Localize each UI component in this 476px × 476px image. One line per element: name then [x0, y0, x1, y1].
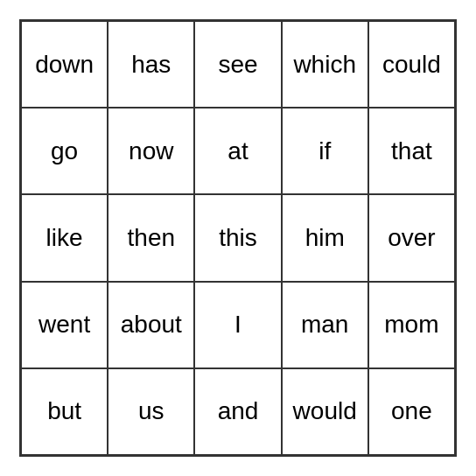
- bingo-cell: one: [368, 368, 455, 455]
- bingo-cell: him: [282, 194, 368, 281]
- bingo-cell: go: [21, 108, 108, 194]
- bingo-cell: went: [21, 282, 108, 368]
- bingo-cell: man: [282, 282, 368, 368]
- bingo-cell: over: [368, 194, 455, 281]
- bingo-grid: downhasseewhichcouldgonowatifthatlikethe…: [21, 21, 455, 455]
- bingo-cell: but: [21, 368, 108, 455]
- bingo-cell: this: [194, 194, 281, 281]
- bingo-cell: would: [282, 368, 368, 455]
- bingo-cell: like: [21, 194, 108, 281]
- bingo-cell: that: [368, 108, 455, 194]
- bingo-cell: then: [108, 194, 194, 281]
- bingo-cell: see: [194, 21, 281, 108]
- bingo-cell: down: [21, 21, 108, 108]
- bingo-cell: if: [282, 108, 368, 194]
- bingo-cell: which: [282, 21, 368, 108]
- bingo-cell: and: [194, 368, 281, 455]
- bingo-cell: could: [368, 21, 455, 108]
- bingo-cell: us: [108, 368, 194, 455]
- bingo-cell: now: [108, 108, 194, 194]
- bingo-cell: has: [108, 21, 194, 108]
- bingo-board: downhasseewhichcouldgonowatifthatlikethe…: [19, 19, 457, 457]
- bingo-cell: about: [108, 282, 194, 368]
- bingo-cell: mom: [368, 282, 455, 368]
- bingo-cell: at: [194, 108, 281, 194]
- bingo-cell: I: [194, 282, 281, 368]
